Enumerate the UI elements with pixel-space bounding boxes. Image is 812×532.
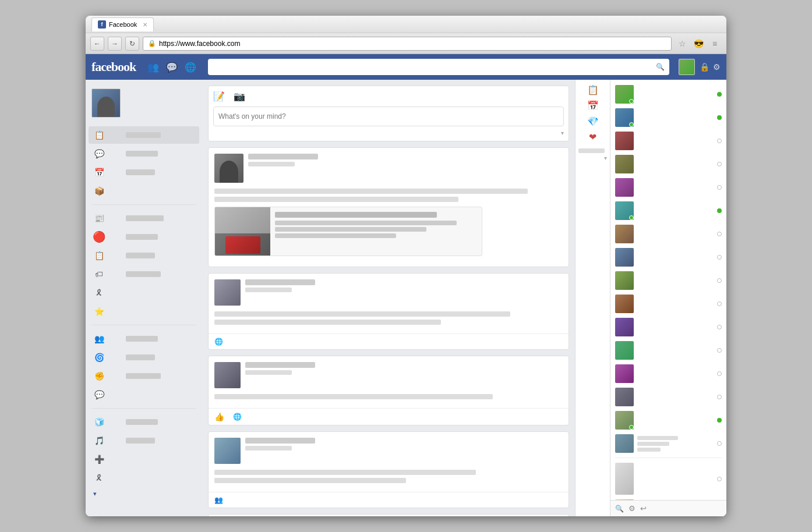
chat-dot-6 [717, 208, 722, 213]
friend-item-4[interactable] [610, 152, 726, 176]
friend-item-3[interactable] [610, 129, 726, 152]
browser-menu-icon[interactable]: ≡ [708, 37, 722, 51]
composer-input[interactable] [213, 107, 564, 126]
post-3-name [245, 362, 315, 368]
notif-icon-1[interactable]: 📋 [587, 84, 599, 95]
photo-tab-icon[interactable]: 📷 [234, 91, 245, 102]
friend-item-12[interactable] [610, 339, 726, 362]
health-icon: ➕ [93, 453, 105, 465]
chat-settings-icon[interactable]: ⚙ [629, 504, 636, 513]
chat-login-icon[interactable]: ↩ [640, 504, 647, 513]
post-4-avatar[interactable] [214, 438, 241, 464]
friend-item-6[interactable] [610, 199, 726, 222]
post-1-text [214, 189, 528, 194]
forward-button[interactable]: → [108, 37, 122, 51]
post-4-body [209, 470, 569, 492]
sidebar-label-bar [126, 151, 158, 157]
chat-dot-4 [717, 162, 722, 166]
sidebar-item-music[interactable]: 🎵 [89, 432, 199, 449]
notif-icon-2[interactable]: 📅 [587, 100, 599, 111]
persona-icon[interactable]: 😎 [691, 37, 705, 51]
chat-dot-15 [717, 418, 722, 423]
sidebar-item-apps6[interactable]: 🌀 [89, 349, 199, 366]
friend-item-11[interactable] [610, 315, 726, 339]
fb-search-input[interactable] [213, 63, 653, 71]
tab-title: Facebook [109, 21, 137, 28]
post-1-avatar[interactable] [214, 154, 243, 183]
friend-item-5[interactable] [610, 176, 726, 199]
friend-item-17[interactable] [610, 460, 726, 497]
reload-button[interactable]: ↻ [125, 37, 139, 51]
sidebar-show-more[interactable]: ▾ [89, 488, 199, 500]
sidebar-item-apps3[interactable]: 🏷 [89, 265, 199, 283]
post-2-time [245, 288, 292, 292]
browser-tab[interactable]: f Facebook ✕ [91, 17, 154, 31]
friend-item-13[interactable] [610, 362, 726, 385]
friend-item-14[interactable] [610, 385, 726, 409]
sidebar-item-cube[interactable]: 🧊 [89, 413, 199, 431]
back-button[interactable]: ← [90, 37, 104, 51]
app6-icon: 🌀 [93, 352, 105, 363]
post-3-globe-icon: 🌐 [233, 413, 242, 421]
friends-nav-icon[interactable]: 👥 [145, 59, 161, 75]
sidebar-label-bar [126, 215, 164, 221]
app1-icon: 🔴 [93, 231, 105, 243]
status-tab-icon[interactable]: 📝 [213, 91, 225, 102]
bookmark-star-icon[interactable]: ☆ [675, 37, 689, 51]
friend-item-16[interactable] [610, 432, 726, 455]
tab-favicon: f [98, 20, 106, 29]
right-notif-dropdown[interactable]: ▾ [578, 155, 607, 161]
friend-item-2[interactable] [610, 106, 726, 129]
app7-icon: ✊ [93, 370, 105, 382]
post-2-globe-icon: 🌐 [214, 338, 223, 346]
sidebar-item-messages[interactable]: 💬 [89, 145, 199, 162]
sidebar-item-photos[interactable]: 📦 [89, 182, 199, 200]
shared-link-desc3 [275, 233, 396, 238]
fb-header-icons: 🔒 ⚙ [700, 62, 721, 72]
friend-item-9[interactable] [610, 269, 726, 292]
post-2-avatar[interactable] [214, 279, 241, 306]
sidebar-item-apps5[interactable]: ⭐ [89, 303, 199, 320]
friend-avatar-10 [615, 295, 634, 313]
sidebar-item-apps1[interactable]: 🔴 [89, 228, 199, 246]
photos-icon: 📦 [93, 185, 105, 197]
post-1-shared-link[interactable] [214, 207, 482, 256]
sidebar-item-news-feed[interactable]: 📋 [89, 126, 199, 144]
sidebar-item-apps4[interactable]: 🎗 [89, 284, 199, 302]
sidebar-item-groups[interactable]: 👥 [89, 330, 199, 347]
settings-icon[interactable]: ⚙ [713, 62, 721, 72]
sidebar-item-apps2[interactable]: 📋 [89, 247, 199, 264]
fb-search-bar[interactable]: 🔍 [208, 59, 669, 75]
friend-item-1[interactable] [610, 83, 726, 106]
friend-item-10[interactable] [610, 292, 726, 315]
post-1-name [248, 154, 318, 159]
notif-icon-4[interactable]: ❤ [589, 132, 596, 143]
fb-user-profile[interactable] [89, 86, 199, 120]
sidebar-item-events[interactable]: 📅 [89, 164, 199, 181]
tab-close-button[interactable]: ✕ [143, 22, 147, 28]
notif-icon-3[interactable]: 💎 [587, 116, 599, 127]
sidebar-item-apps7[interactable]: ✊ [89, 367, 199, 385]
friend-item-7[interactable] [610, 222, 726, 246]
address-bar[interactable]: 🔒 https://www.facebook.com [143, 37, 672, 51]
chat-dot-9 [717, 278, 722, 283]
post-2-text1 [214, 311, 510, 317]
pages-icon: 📰 [93, 212, 105, 224]
like-button[interactable]: 👍 [214, 412, 224, 421]
sidebar-label-bar [126, 354, 155, 360]
toolbar-actions: ☆ 😎 ≡ [675, 37, 722, 51]
sidebar-item-bookmark[interactable]: 🎗 [89, 469, 199, 487]
post-3-avatar[interactable] [214, 362, 241, 388]
composer-dropdown[interactable]: ▾ [561, 130, 564, 136]
sidebar-item-pages[interactable]: 📰 [89, 210, 199, 227]
messages-nav-icon[interactable]: 💬 [164, 59, 180, 75]
sidebar-item-health[interactable]: ➕ [89, 451, 199, 468]
post-1-meta [248, 154, 563, 166]
friend-item-15[interactable] [610, 409, 726, 432]
fb-post-3: 👍 🌐 [208, 356, 569, 425]
sidebar-item-apps8[interactable]: 💬 [89, 386, 199, 403]
friend-item-8[interactable] [610, 246, 726, 269]
world-nav-icon[interactable]: 🌐 [182, 59, 199, 75]
fb-header-profile-pic[interactable] [679, 59, 695, 75]
privacy-icon[interactable]: 🔒 [700, 62, 709, 72]
